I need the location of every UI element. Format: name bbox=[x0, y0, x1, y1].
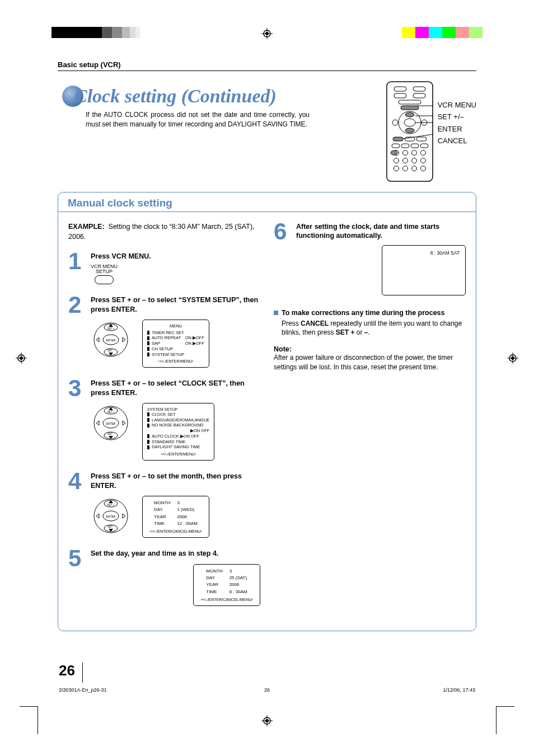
svg-rect-22 bbox=[401, 106, 419, 110]
svg-marker-73 bbox=[96, 421, 99, 425]
step-1: 1 Press VCR MENU. VCR MENU SETUP bbox=[68, 252, 260, 284]
svg-marker-71 bbox=[109, 436, 113, 439]
step-number: 6 bbox=[274, 222, 291, 295]
section-title: Manual clock setting bbox=[58, 192, 476, 212]
svg-text:ENTER: ENTER bbox=[106, 422, 116, 425]
step-number: 1 bbox=[68, 252, 85, 284]
step-number: 3 bbox=[68, 379, 85, 461]
step-4: 4 Press SET + or – to set the month, the… bbox=[68, 472, 260, 538]
remote-label: CANCEL bbox=[438, 135, 476, 147]
svg-marker-57 bbox=[109, 324, 113, 327]
divider bbox=[58, 71, 476, 71]
nav-pad-icon: ENTER SET + SET - bbox=[91, 496, 131, 536]
svg-marker-63 bbox=[123, 337, 125, 342]
step-3: 3 Press SET + or – to select “CLOCK SET”… bbox=[68, 379, 260, 461]
svg-point-26 bbox=[405, 128, 414, 133]
svg-marker-68 bbox=[109, 407, 113, 410]
page-number: 26 bbox=[59, 662, 75, 679]
step-instruction: Set the day, year and time as in step 4. bbox=[91, 549, 260, 558]
svg-marker-74 bbox=[123, 421, 125, 425]
registration-mark-icon bbox=[16, 353, 27, 364]
osd-final-screen: 8 : 30AM SAT bbox=[382, 245, 466, 295]
footer-page: 26 bbox=[264, 687, 270, 693]
note-heading: Note: bbox=[274, 345, 466, 353]
svg-marker-79 bbox=[109, 500, 113, 503]
osd-menu-screen: MENU TIMER REC SET AUTO REPEATON ▶OFF SA… bbox=[142, 320, 209, 368]
remote-control-icon bbox=[386, 81, 433, 182]
svg-text:SET -: SET - bbox=[107, 525, 114, 528]
divider bbox=[82, 663, 83, 683]
title-text: Clock setting (Continued) bbox=[74, 86, 277, 106]
svg-text:ENTER: ENTER bbox=[106, 515, 116, 518]
osd-system-setup-screen: SYSTEM SETUP CLOCK SET LANGUAGE/IDIOMA/L… bbox=[142, 403, 214, 461]
svg-rect-29 bbox=[393, 137, 403, 141]
remote-illustration: VCR MENU SET +/– ENTER CANCEL bbox=[386, 81, 476, 182]
svg-marker-60 bbox=[109, 353, 113, 355]
crop-mark bbox=[38, 706, 38, 734]
svg-text:SET -: SET - bbox=[107, 349, 114, 352]
footer-filename: 2I30301A-En_p26-31 bbox=[59, 687, 107, 693]
step-5: 5 Set the day, year and time as in step … bbox=[68, 549, 260, 606]
intro-paragraph: If the AUTO CLOCK process did not set th… bbox=[86, 110, 310, 129]
crop-mark bbox=[496, 706, 496, 734]
osd-clock-set-screen: MONTH3 DAY25 (SAT) YEAR2006 TIME8 : 30AM… bbox=[193, 564, 260, 607]
svg-text:SET +: SET + bbox=[107, 411, 115, 414]
remote-label: ENTER bbox=[438, 123, 476, 135]
print-color-strip-left bbox=[51, 27, 140, 38]
registration-mark-icon bbox=[261, 28, 273, 39]
nav-pad-icon: ENTER SET + SET - bbox=[91, 403, 131, 443]
svg-point-48 bbox=[391, 151, 397, 155]
step-instruction: Press VCR MENU. bbox=[91, 252, 260, 261]
crop-mark bbox=[20, 706, 38, 707]
svg-marker-84 bbox=[96, 514, 99, 518]
svg-text:SET -: SET - bbox=[107, 433, 114, 435]
page-content: Basic setup (VCR) Clock setting (Continu… bbox=[42, 50, 492, 699]
step-number: 4 bbox=[68, 472, 85, 538]
osd-clock-set-screen: MONTH3 DAY1 (WED) YEAR2006 TIME12 : 00AM… bbox=[142, 496, 209, 538]
bullet-square-icon bbox=[274, 311, 278, 315]
svg-text:SET +: SET + bbox=[107, 504, 115, 506]
step-2: 2 Press SET + or – to select “SYSTEM SET… bbox=[68, 295, 260, 368]
note-body: After a power failure or disconnection o… bbox=[274, 353, 466, 372]
step-number: 2 bbox=[68, 295, 85, 368]
section-header: Basic setup (VCR) bbox=[58, 60, 476, 69]
corrections-body: Press CANCEL repeatedly until the item y… bbox=[282, 319, 466, 338]
step-instruction: Press SET + or – to select “CLOCK SET”, … bbox=[91, 379, 260, 397]
step-instruction: After setting the clock, date and time s… bbox=[296, 222, 466, 241]
step-instruction: Press SET + or – to select “SYSTEM SETUP… bbox=[91, 295, 260, 314]
step-6: 6 After setting the clock, date and time… bbox=[274, 222, 466, 295]
step-number: 5 bbox=[68, 549, 85, 606]
vcr-menu-button-icon: VCR MENU SETUP bbox=[91, 264, 118, 284]
svg-text:SET +: SET + bbox=[107, 327, 115, 330]
registration-mark-icon bbox=[261, 715, 273, 726]
remote-label: SET +/– bbox=[438, 111, 476, 123]
crop-mark bbox=[496, 706, 514, 707]
svg-marker-85 bbox=[123, 514, 125, 518]
svg-marker-62 bbox=[96, 337, 99, 342]
example-text: EXAMPLE: Setting the clock to “8:30 AM” … bbox=[68, 222, 260, 242]
svg-text:ENTER: ENTER bbox=[106, 339, 116, 342]
step-instruction: Press SET + or – to set the month, then … bbox=[91, 472, 260, 490]
footer-date: 1/12/06, 17:43 bbox=[443, 687, 475, 693]
nav-pad-icon: ENTER SET + SET - bbox=[91, 320, 131, 360]
print-color-strip-right bbox=[402, 27, 483, 38]
remote-label: VCR MENU bbox=[438, 99, 476, 111]
svg-marker-82 bbox=[109, 529, 113, 532]
page-title: Clock setting (Continued) bbox=[58, 87, 375, 106]
svg-point-25 bbox=[405, 112, 414, 117]
manual-clock-section: Manual clock setting EXAMPLE: Setting th… bbox=[58, 192, 476, 631]
corrections-heading: To make corrections any time during the … bbox=[274, 309, 466, 317]
registration-mark-icon bbox=[507, 353, 518, 364]
